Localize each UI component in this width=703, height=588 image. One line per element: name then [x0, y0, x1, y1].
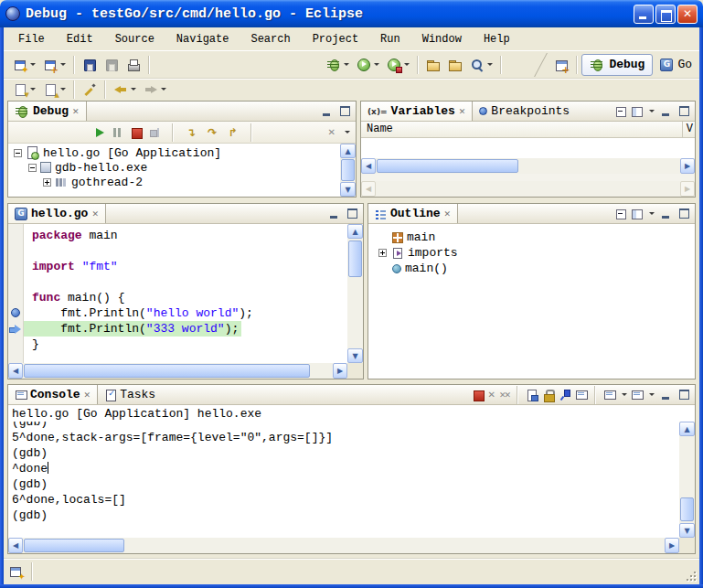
- collapse-expander-icon[interactable]: [14, 149, 22, 157]
- maximize-view-button[interactable]: [676, 104, 691, 118]
- perspective-debug-button[interactable]: Debug: [581, 54, 653, 76]
- dropdown-icon[interactable]: [131, 88, 136, 91]
- variables-detail-pane[interactable]: [361, 174, 695, 197]
- debug-vertical-scrollbar[interactable]: [340, 144, 356, 197]
- perspective-go-button[interactable]: Go: [653, 55, 699, 74]
- dropdown-icon[interactable]: [60, 63, 66, 66]
- scrollbar-thumb[interactable]: [24, 364, 310, 378]
- fast-view-button[interactable]: [9, 564, 24, 579]
- remove-launch-button[interactable]: [488, 390, 495, 400]
- scroll-left-button[interactable]: [8, 363, 23, 379]
- open-console-button[interactable]: [631, 389, 643, 401]
- scroll-lock-button[interactable]: [542, 389, 555, 401]
- titlebar[interactable]: Debug - testGo/src/cmd/hello.go - Eclips…: [0, 0, 703, 27]
- dropdown-icon[interactable]: [649, 393, 655, 396]
- editor-gutter[interactable]: [8, 224, 24, 363]
- editor-horizontal-scrollbar[interactable]: [8, 363, 347, 379]
- tree-row-process[interactable]: gdb-hello.exe: [8, 160, 340, 175]
- dropdown-icon[interactable]: [30, 63, 36, 66]
- new-go-element-button[interactable]: [39, 54, 69, 76]
- tab-tasks[interactable]: Tasks: [98, 385, 162, 404]
- variables-column-header[interactable]: Name V: [361, 122, 695, 138]
- maximize-view-button[interactable]: [337, 104, 352, 118]
- tree-row-thread[interactable]: gothread-2: [8, 175, 340, 189]
- outline-row-func[interactable]: main(): [368, 261, 695, 276]
- column-value[interactable]: V: [682, 122, 693, 137]
- maximize-view-button[interactable]: [345, 207, 359, 220]
- expand-expander-icon[interactable]: [378, 249, 387, 257]
- menu-file[interactable]: File: [11, 30, 52, 48]
- scrollbar-thumb[interactable]: [377, 159, 518, 173]
- dropdown-icon[interactable]: [404, 63, 410, 66]
- new-wizard-button[interactable]: [9, 54, 39, 76]
- tab-hello-go[interactable]: hello.go: [8, 204, 106, 223]
- close-tab-icon[interactable]: [459, 107, 466, 116]
- menu-search[interactable]: Search: [243, 30, 297, 48]
- menu-help[interactable]: Help: [476, 30, 517, 48]
- close-tab-icon[interactable]: [444, 209, 452, 219]
- console-vertical-scrollbar[interactable]: [679, 422, 695, 538]
- menu-run[interactable]: Run: [373, 30, 408, 48]
- menu-navigate[interactable]: Navigate: [169, 30, 237, 48]
- expand-expander-icon[interactable]: [43, 178, 51, 187]
- tab-debug[interactable]: Debug: [8, 102, 87, 121]
- dropdown-icon[interactable]: [622, 393, 627, 396]
- last-edit-location-button[interactable]: [79, 79, 101, 101]
- view-menu-icon[interactable]: [345, 131, 350, 134]
- view-menu-icon[interactable]: [649, 212, 655, 215]
- close-button[interactable]: [677, 5, 698, 24]
- external-tools-button[interactable]: [383, 54, 413, 76]
- terminate-button[interactable]: [130, 126, 143, 139]
- remove-all-launches-button[interactable]: [499, 390, 509, 400]
- show-console-button[interactable]: [575, 389, 587, 401]
- breakpoint-icon[interactable]: [11, 308, 20, 317]
- scroll-up-button[interactable]: [340, 144, 356, 158]
- minimize-view-button[interactable]: [319, 104, 334, 118]
- collapse-expander-icon[interactable]: [28, 164, 37, 172]
- scroll-right-button[interactable]: [333, 363, 347, 379]
- tree-row-launch[interactable]: hello.go [Go Application]: [8, 145, 340, 160]
- previous-annotation-button[interactable]: [39, 79, 69, 101]
- search-button[interactable]: [466, 54, 496, 76]
- maximize-view-button[interactable]: [676, 207, 691, 220]
- collapse-all-icon[interactable]: [615, 208, 627, 219]
- minimize-view-button[interactable]: [658, 104, 673, 118]
- scroll-right-button[interactable]: [680, 158, 695, 174]
- outline-tree[interactable]: main imports main(): [368, 224, 695, 379]
- resume-button[interactable]: [96, 128, 104, 137]
- save-all-button[interactable]: [101, 54, 122, 76]
- menu-window[interactable]: Window: [415, 30, 469, 48]
- disconnect-button[interactable]: [149, 126, 162, 139]
- debug-launch-button[interactable]: [323, 54, 353, 76]
- dropdown-icon[interactable]: [161, 88, 166, 91]
- menu-project[interactable]: Project: [305, 30, 366, 48]
- close-tab-icon[interactable]: [72, 107, 80, 116]
- clear-console-button[interactable]: [526, 389, 538, 401]
- scroll-up-button[interactable]: [347, 224, 363, 239]
- minimize-view-button[interactable]: [658, 388, 673, 401]
- print-button[interactable]: [122, 54, 144, 76]
- scroll-down-button[interactable]: [679, 523, 695, 538]
- scrollbar-thumb[interactable]: [341, 159, 355, 181]
- next-annotation-button[interactable]: [9, 79, 39, 101]
- code-editor[interactable]: package main import "fmt" func main() { …: [24, 224, 347, 363]
- scroll-right-button[interactable]: [665, 538, 679, 553]
- scrollbar-thumb[interactable]: [24, 539, 124, 552]
- step-over-button[interactable]: ↷: [205, 126, 219, 139]
- back-button[interactable]: [110, 79, 140, 101]
- close-tab-icon[interactable]: [84, 390, 91, 400]
- dropdown-icon[interactable]: [374, 63, 379, 66]
- scroll-up-button[interactable]: [679, 422, 695, 436]
- variables-horizontal-scrollbar[interactable]: [361, 158, 695, 174]
- scroll-down-button[interactable]: [340, 182, 356, 197]
- tab-variables[interactable]: (x)= Variables: [361, 102, 473, 121]
- maximize-button[interactable]: [655, 5, 676, 24]
- pin-console-button[interactable]: [559, 389, 571, 401]
- menu-source[interactable]: Source: [108, 30, 162, 48]
- terminate-button[interactable]: [472, 389, 485, 401]
- variables-table[interactable]: [361, 138, 695, 158]
- scrollbar-thumb[interactable]: [348, 241, 362, 277]
- remove-all-terminated-button[interactable]: [328, 127, 336, 137]
- menu-edit[interactable]: Edit: [59, 30, 101, 48]
- outline-row-imports[interactable]: imports: [368, 245, 695, 261]
